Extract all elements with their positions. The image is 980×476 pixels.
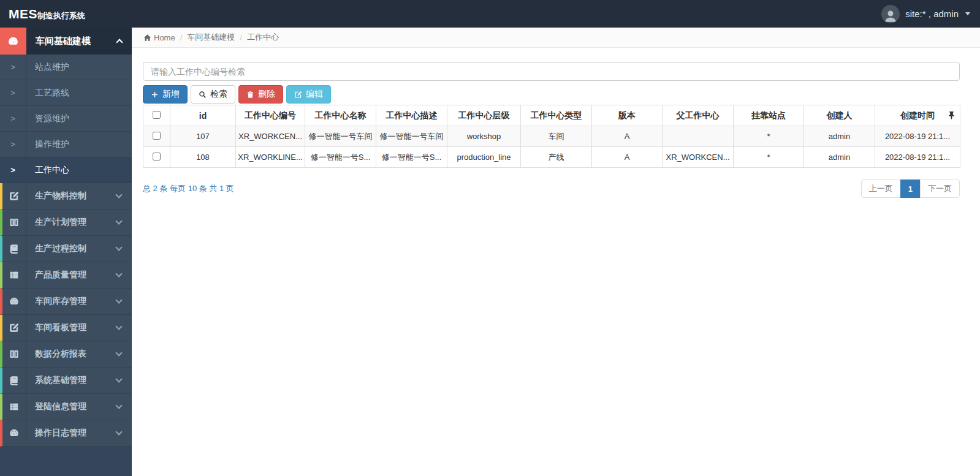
cell-station: * [734, 126, 804, 147]
cell-version: A [592, 147, 663, 168]
chevron-right-icon: > [0, 55, 26, 80]
column-header-description: 工作中心描述 [376, 105, 447, 126]
pagination-bar: 总 2 条 每页 10 条 共 1 页 上一页 1 下一页 [143, 179, 960, 198]
cell-code: XR_WORKLINE... [236, 147, 305, 168]
table-row[interactable]: 108 XR_WORKLINE... 修一智能一号S... 修一智能一号S...… [143, 147, 960, 168]
table-header-row: id 工作中心编号 工作中心名称 工作中心描述 工作中心层级 工作中心类型 版本… [143, 105, 960, 126]
pin-icon[interactable] [948, 111, 955, 119]
sidebar-item-data-analysis[interactable]: 数据分析报表 [0, 341, 132, 368]
column-header-type: 工作中心类型 [521, 105, 592, 126]
column-header-creator: 创建人 [804, 105, 875, 126]
columns-icon [2, 210, 26, 235]
chevron-down-icon [115, 428, 122, 435]
chevron-right-icon: > [0, 80, 26, 105]
th-list-icon [2, 262, 26, 288]
breadcrumb-separator: / [180, 33, 183, 42]
sidebar-subitem-resource-maintenance[interactable]: > 资源维护 [0, 106, 132, 132]
cell-type: 车间 [521, 126, 592, 147]
user-menu[interactable]: site:* , admin [881, 5, 980, 23]
delete-button-label: 删除 [258, 89, 275, 100]
cell-creator: admin [804, 126, 875, 147]
gauge-icon [2, 289, 26, 314]
chevron-right-icon: > [0, 106, 26, 131]
cell-parent [663, 126, 734, 147]
sidebar-item-label: 产品质量管理 [26, 270, 86, 281]
breadcrumb: Home / 车间基础建模 / 工作中心 [132, 28, 980, 48]
cell-level: workshop [447, 126, 521, 147]
sidebar: 车间基础建模 > 站点维护 > 工艺路线 > 资源维护 > 操作维护 > 工作中… [0, 28, 132, 476]
app-logo[interactable]: MES制造执行系统 [0, 7, 85, 21]
sidebar-item-material-control[interactable]: 生产物料控制 [0, 183, 132, 210]
column-header-created-time: 创建时间 [875, 105, 960, 126]
sidebar-item-login-info[interactable]: 登陆信息管理 [0, 394, 132, 420]
next-page-button[interactable]: 下一页 [920, 179, 960, 198]
edit-button[interactable]: 编辑 [286, 85, 331, 104]
sidebar-item-label: 系统基础管理 [26, 375, 86, 386]
edit-button-label: 编辑 [306, 89, 323, 100]
sidebar-item-label: 车间库存管理 [26, 296, 86, 307]
add-button[interactable]: 新增 [143, 85, 188, 104]
subitem-label: 资源维护 [26, 113, 69, 124]
sidebar-subitem-station-maintenance[interactable]: > 站点维护 [0, 55, 132, 80]
row-checkbox[interactable] [153, 153, 161, 161]
plus-icon [151, 91, 159, 99]
sidebar-item-label: 生产计划管理 [26, 217, 86, 228]
sidebar-item-inventory-management[interactable]: 车间库存管理 [0, 289, 132, 315]
subitem-label: 工作中心 [26, 165, 69, 176]
sidebar-subitem-process-route[interactable]: > 工艺路线 [0, 80, 132, 106]
column-header-name: 工作中心名称 [305, 105, 376, 126]
sidebar-item-label: 操作日志管理 [26, 428, 86, 439]
breadcrumb-home[interactable]: Home [154, 33, 175, 42]
column-header-level: 工作中心层级 [447, 105, 521, 126]
book-icon [2, 236, 26, 262]
delete-button[interactable]: 删除 [238, 85, 283, 104]
main-content: Home / 车间基础建模 / 工作中心 新增 检索 删除 编辑 [132, 28, 980, 476]
select-all-checkbox[interactable] [153, 111, 161, 119]
trash-icon [246, 91, 254, 99]
cell-name: 修一智能一号S... [305, 147, 376, 168]
columns-icon [2, 341, 26, 367]
subitem-label: 操作维护 [26, 139, 69, 150]
sidebar-item-label: 登陆信息管理 [26, 401, 86, 412]
cell-type: 产线 [521, 147, 592, 168]
chevron-right-icon: > [0, 132, 26, 157]
sidebar-item-quality-management[interactable]: 产品质量管理 [0, 262, 132, 289]
breadcrumb-separator: / [240, 33, 242, 42]
cell-created-time: 2022-08-19 21:1... [875, 147, 960, 168]
breadcrumb-level1[interactable]: 车间基础建模 [187, 32, 235, 43]
prev-page-button[interactable]: 上一页 [861, 179, 901, 198]
page-1-button[interactable]: 1 [900, 179, 921, 198]
pagination-summary: 总 2 条 每页 10 条 共 1 页 [143, 183, 234, 194]
cell-description: 修一智能一号S... [376, 147, 447, 168]
sidebar-item-label: 车间基础建模 [36, 36, 91, 47]
chevron-down-icon [115, 349, 122, 356]
search-input[interactable] [143, 62, 960, 81]
chevron-down-icon [115, 402, 122, 409]
sidebar-subitem-operation-maintenance[interactable]: > 操作维护 [0, 132, 132, 157]
sidebar-subitem-work-center[interactable]: > 工作中心 [0, 157, 132, 183]
app-logo-bold: MES [9, 7, 37, 21]
caret-down-icon [965, 12, 970, 15]
cell-version: A [592, 126, 663, 147]
row-checkbox[interactable] [153, 132, 161, 140]
home-icon [143, 34, 151, 42]
sidebar-item-production-plan[interactable]: 生产计划管理 [0, 210, 132, 236]
cell-description: 修一智能一号车间 [376, 126, 447, 147]
sidebar-item-kanban-management[interactable]: 车间看板管理 [0, 315, 132, 341]
column-header-id: id [170, 105, 236, 126]
cell-code: XR_WORKCEN... [236, 126, 305, 147]
sidebar-item-process-control[interactable]: 生产过程控制 [0, 236, 132, 262]
book-icon [2, 368, 26, 393]
cell-name: 修一智能一号车间 [305, 126, 376, 147]
sidebar-item-label: 车间看板管理 [26, 322, 86, 333]
app-logo-text: 制造执行系统 [37, 10, 85, 21]
sidebar-item-label: 数据分析报表 [26, 349, 86, 360]
table-row[interactable]: 107 XR_WORKCEN... 修一智能一号车间 修一智能一号车间 work… [143, 126, 960, 147]
chevron-down-icon [115, 270, 122, 277]
edit-icon [294, 91, 302, 99]
sidebar-item-operation-log[interactable]: 操作日志管理 [0, 420, 132, 447]
search-button[interactable]: 检索 [191, 85, 235, 104]
sidebar-item-workshop-modeling[interactable]: 车间基础建模 [0, 28, 132, 55]
sidebar-item-system-management[interactable]: 系统基础管理 [0, 368, 132, 394]
cell-level: production_line [447, 147, 521, 168]
